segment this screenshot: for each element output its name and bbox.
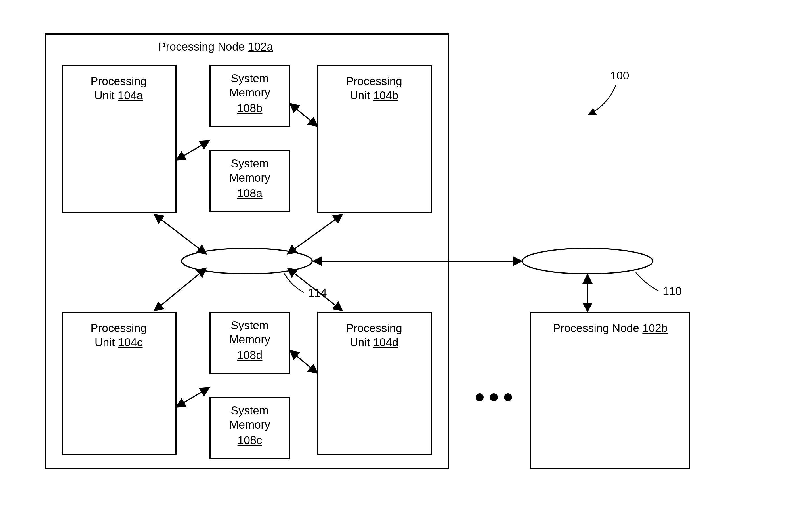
sm-b-line2: Memory <box>229 86 270 99</box>
ellipsis-dot <box>476 393 484 401</box>
processing-unit-104a <box>62 65 176 213</box>
leader-100 <box>590 85 616 114</box>
node-b-title: Processing Node 102b <box>553 322 668 334</box>
processing-unit-104b <box>318 65 431 213</box>
ellipsis-dot <box>504 393 512 401</box>
sm-a-ref: 108a <box>237 187 263 200</box>
sm-a-line1: System <box>231 157 269 170</box>
local-fabric-ellipse <box>182 248 312 274</box>
sm-b-ref: 108b <box>237 102 262 114</box>
node-a-title: Processing Node 102a <box>158 40 273 53</box>
pu-c-line2: Unit 104c <box>95 336 143 348</box>
leader-110 <box>636 272 658 291</box>
processing-node-b <box>531 312 690 468</box>
sm-c-line2: Memory <box>229 418 270 431</box>
ellipsis-dot <box>490 393 498 401</box>
sm-a-line2: Memory <box>229 171 270 184</box>
pu-b-line2: Unit 104b <box>350 89 398 102</box>
sm-c-line1: System <box>231 404 269 417</box>
label-100: 100 <box>610 69 629 82</box>
pu-c-line1: Processing <box>90 322 147 334</box>
sm-d-line1: System <box>231 319 269 331</box>
sm-b-line1: System <box>231 72 269 85</box>
sm-c-ref: 108c <box>237 434 262 446</box>
pu-d-line1: Processing <box>346 322 402 334</box>
pu-b-line1: Processing <box>346 75 402 87</box>
pu-a-line2: Unit 104a <box>94 89 143 102</box>
label-110: 110 <box>663 285 682 298</box>
sm-d-line2: Memory <box>229 333 270 346</box>
sm-d-ref: 108d <box>237 349 262 361</box>
pu-a-line1: Processing <box>90 75 147 87</box>
system-interconnect-ellipse <box>522 248 653 274</box>
pu-d-line2: Unit 104d <box>350 336 398 348</box>
